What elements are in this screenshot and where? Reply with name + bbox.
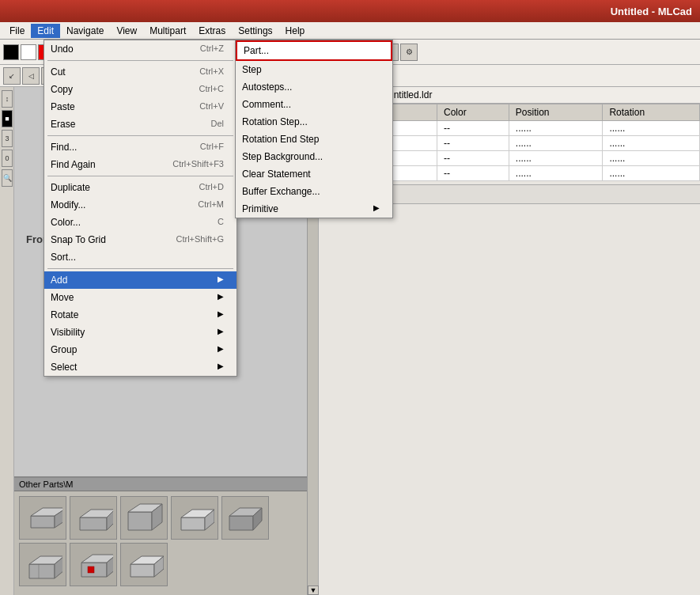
submenu-clear-statement[interactable]: Clear Statement [236, 165, 392, 183]
menu-settings[interactable]: Settings [232, 24, 278, 38]
side-btn-1[interactable]: ↕ [2, 90, 13, 108]
menu-group[interactable]: Group [44, 341, 236, 358]
menu-multipart[interactable]: Multipart [143, 24, 192, 38]
color-label: Color... [51, 217, 81, 228]
menu-erase[interactable]: Erase Del [44, 116, 236, 133]
side-btn-3[interactable]: 3 [2, 130, 13, 147]
row1-rotation: ...... [603, 121, 700, 136]
duplicate-label: Duplicate [51, 182, 90, 193]
side-btn-5[interactable]: 🔍 [2, 169, 13, 187]
menu-select[interactable]: Select [44, 358, 236, 376]
snap-label: Snap To Grid [51, 234, 106, 245]
menu-file[interactable]: File [3, 24, 31, 38]
move-label: Move [51, 292, 74, 303]
menu-duplicate[interactable]: Duplicate Ctrl+D [44, 179, 236, 196]
svg-marker-15 [29, 564, 55, 578]
submenu-autosteps[interactable]: Autosteps... [236, 78, 392, 96]
erase-shortcut: Del [210, 119, 224, 130]
menu-paste[interactable]: Paste Ctrl+V [44, 98, 236, 116]
submenu-rotation-end-step[interactable]: Rotation End Step [236, 131, 392, 148]
toolbar2-icon-2[interactable]: ◁ [22, 67, 40, 85]
part-label: Part... [244, 45, 269, 56]
menu-add[interactable]: Add [44, 271, 236, 289]
row1-position: ...... [509, 121, 603, 136]
part-item-3[interactable] [120, 496, 168, 540]
title-bar: Untitled - MLCad [0, 0, 700, 22]
find-label: Find... [51, 142, 77, 153]
menu-snap[interactable]: Snap To Grid Ctrl+Shift+G [44, 231, 236, 248]
submenu-buffer-exchange[interactable]: Buffer Exchange... [236, 183, 392, 200]
color-black-btn[interactable] [3, 44, 19, 60]
svg-marker-0 [31, 516, 55, 528]
menu-extras[interactable]: Extras [192, 24, 232, 38]
submenu-rotation-step[interactable]: Rotation Step... [236, 113, 392, 131]
col-position: Position [509, 104, 603, 121]
svg-marker-12 [229, 516, 253, 530]
menu-copy[interactable]: Copy Ctrl+C [44, 81, 236, 98]
find-again-shortcut: Ctrl+Shift+F3 [172, 159, 224, 170]
col-rotation: Rotation [603, 104, 700, 121]
submenu-step-background[interactable]: Step Background... [236, 148, 392, 165]
find-shortcut: Ctrl+F [200, 142, 224, 153]
side-btn-4[interactable]: 0 [2, 150, 13, 167]
color-white-btn[interactable] [21, 44, 36, 60]
menu-cut[interactable]: Cut Ctrl+X [44, 63, 236, 81]
paste-label: Paste [51, 101, 75, 112]
erase-label: Erase [51, 119, 75, 130]
edit-dropdown-menu: Undo Ctrl+Z Cut Ctrl+X Copy Ctrl+C Paste… [44, 40, 237, 377]
part-item-6[interactable] [19, 543, 66, 586]
menu-color[interactable]: Color... C [44, 214, 236, 231]
scroll-down[interactable]: ▼ [308, 586, 319, 595]
color-shortcut: C [218, 217, 224, 228]
part-item-8[interactable] [120, 543, 168, 586]
duplicate-shortcut: Ctrl+D [199, 182, 224, 193]
part-item-5[interactable] [221, 496, 269, 540]
toolbar2-icon-1[interactable]: ↙ [3, 67, 21, 85]
row2-color: -- [437, 136, 509, 151]
active-model-filename: Untitled.ldr [387, 89, 432, 100]
submenu-step[interactable]: Step [236, 61, 392, 78]
dd-sep-1 [47, 60, 233, 61]
menu-modify[interactable]: Modify... Ctrl+M [44, 196, 236, 214]
copy-label: Copy [51, 84, 73, 95]
clear-statement-label: Clear Statement [242, 169, 311, 180]
menu-view[interactable]: View [110, 24, 143, 38]
cut-shortcut: Ctrl+X [199, 66, 224, 78]
row1-color: -- [437, 121, 509, 136]
buffer-exchange-label: Buffer Exchange... [242, 186, 320, 197]
menu-rotate[interactable]: Rotate [44, 306, 236, 324]
dd-sep-4 [47, 268, 233, 269]
rotation-end-step-label: Rotation End Step [242, 134, 319, 145]
undo-label: Undo [51, 44, 74, 55]
comment-label: Comment... [242, 99, 291, 110]
menu-find-again[interactable]: Find Again Ctrl+Shift+F3 [44, 156, 236, 173]
menu-help[interactable]: Help [279, 24, 312, 38]
toolbar-icon-15[interactable]: ⚙ [400, 44, 418, 61]
submenu-primitive[interactable]: Primitive [236, 200, 392, 218]
menu-navigate[interactable]: Navigate [60, 24, 110, 38]
menu-edit[interactable]: Edit [31, 24, 60, 38]
menu-move[interactable]: Move [44, 289, 236, 306]
sort-label: Sort... [51, 252, 76, 263]
menu-undo[interactable]: Undo Ctrl+Z [44, 40, 236, 58]
row2-position: ...... [509, 136, 603, 151]
snap-shortcut: Ctrl+Shift+G [176, 234, 224, 245]
part-item-1[interactable] [19, 496, 66, 540]
menu-sort[interactable]: Sort... [44, 248, 236, 266]
submenu-part[interactable]: Part... [236, 40, 392, 61]
side-toolbar: ↕ ■ 3 0 🔍 [0, 87, 14, 595]
parts-browser: Other Parts\M [14, 476, 318, 595]
step-label: Step [242, 64, 262, 75]
group-label: Group [51, 344, 77, 355]
part-item-4[interactable] [171, 496, 218, 540]
add-submenu: Part... Step Autosteps... Comment... Rot… [235, 40, 393, 218]
submenu-comment[interactable]: Comment... [236, 96, 392, 113]
svg-marker-3 [80, 517, 107, 530]
paste-shortcut: Ctrl+V [199, 101, 224, 112]
svg-marker-23 [131, 564, 154, 577]
side-btn-2[interactable]: ■ [2, 110, 13, 127]
menu-find[interactable]: Find... Ctrl+F [44, 138, 236, 156]
menu-visibility[interactable]: Visibility [44, 324, 236, 341]
part-item-2[interactable] [70, 496, 117, 540]
part-item-7[interactable] [70, 543, 117, 586]
